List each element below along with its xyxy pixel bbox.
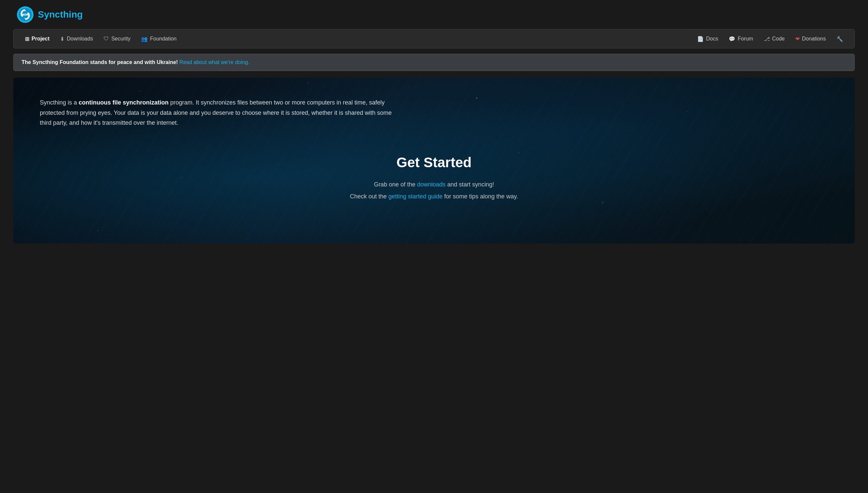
nav-label-project: Project [31, 36, 49, 42]
nav-item-forum[interactable]: 💬 Forum [724, 33, 758, 45]
get-started-section: Get Started Grab one of the downloads an… [40, 148, 828, 209]
heart-icon: ❤ [795, 36, 800, 42]
nav-label-foundation: Foundation [150, 36, 176, 42]
hero-content: Syncthing is a continuous file synchroni… [13, 78, 855, 229]
nav-item-project[interactable]: ⊞ Project [20, 33, 54, 45]
ukraine-banner: The Syncthing Foundation stands for peac… [13, 54, 855, 71]
nav-left: ⊞ Project ⬇ Downloads 🛡 Security 👥 Found… [20, 33, 693, 45]
nav-label-code: Code [772, 36, 785, 42]
header: Syncthing [0, 0, 868, 29]
forum-icon: 💬 [729, 36, 735, 42]
get-started-line2: Check out the getting started guide for … [40, 190, 828, 202]
shield-icon: 🛡 [104, 36, 109, 42]
logo-area[interactable]: Syncthing [17, 6, 83, 23]
nav-item-donations[interactable]: ❤ Donations [791, 33, 830, 45]
nav-item-code[interactable]: ⎇ Code [759, 33, 789, 45]
logo-text: Syncthing [38, 9, 83, 20]
docs-icon: 📄 [697, 36, 704, 42]
nav-item-docs[interactable]: 📄 Docs [693, 33, 723, 45]
download-icon: ⬇ [60, 36, 64, 42]
banner-link[interactable]: Read about what we're doing. [179, 59, 249, 65]
get-started-line1: Grab one of the downloads and start sync… [40, 178, 828, 190]
nav-item-foundation[interactable]: 👥 Foundation [136, 33, 181, 45]
nav-item-security[interactable]: 🛡 Security [99, 33, 135, 44]
downloads-link[interactable]: downloads [417, 181, 446, 188]
nav-label-docs: Docs [706, 36, 718, 42]
navbar: ⊞ Project ⬇ Downloads 🛡 Security 👥 Found… [13, 29, 855, 48]
code-icon: ⎇ [764, 36, 770, 42]
nav-label-downloads: Downloads [67, 36, 93, 42]
nav-item-tools[interactable]: 🔧 [832, 33, 848, 45]
group-icon: 👥 [141, 36, 148, 42]
banner-text: The Syncthing Foundation stands for peac… [22, 59, 178, 65]
nav-item-downloads[interactable]: ⬇ Downloads [56, 33, 97, 45]
project-icon: ⊞ [25, 36, 29, 42]
get-started-title: Get Started [40, 155, 828, 171]
nav-label-forum: Forum [738, 36, 753, 42]
getting-started-guide-link[interactable]: getting started guide [389, 193, 442, 200]
nav-right: 📄 Docs 💬 Forum ⎇ Code ❤ Donations 🔧 [693, 33, 848, 45]
nav-label-security: Security [111, 36, 130, 42]
hero-bold-text: continuous file synchronization [79, 99, 169, 106]
nav-label-donations: Donations [802, 36, 826, 42]
star-decoration [97, 230, 98, 231]
hero-section: Syncthing is a continuous file synchroni… [13, 78, 855, 243]
tools-icon: 🔧 [837, 36, 843, 42]
syncthing-logo-icon [17, 6, 34, 23]
hero-description: Syncthing is a continuous file synchroni… [40, 98, 405, 128]
